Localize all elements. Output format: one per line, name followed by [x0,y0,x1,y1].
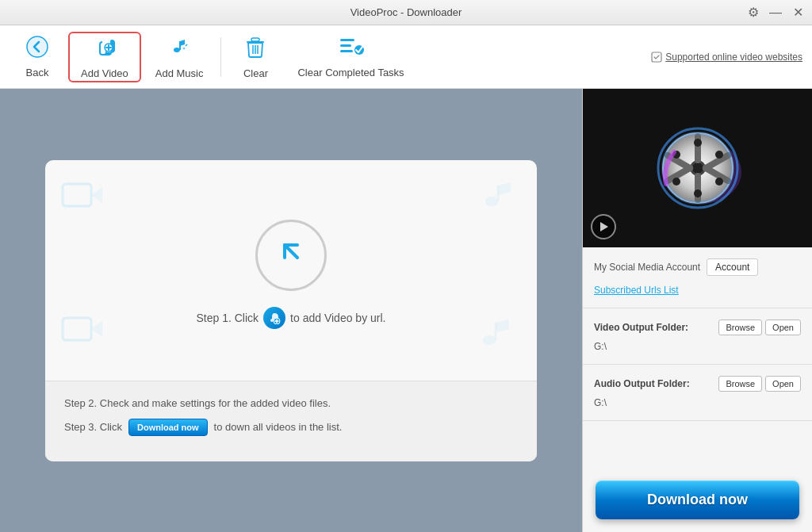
svg-line-6 [186,44,187,46]
video-output-label: Video Output Folder: [594,322,688,333]
audio-output-row: Audio Output Folder: Browse Open [594,376,801,392]
step2-text: Step 2. Check and make settings for the … [64,397,331,409]
title-bar: VideoProc - Downloader ⚙ — ✕ [0,0,812,25]
social-row: My Social Media Account Account [594,258,801,276]
main-content: Step 1. Click to add Video by url. [0,89,812,532]
clear-label: Clear [243,67,268,79]
step2-instruction: Step 2. Check and make settings for the … [64,397,518,409]
supported-websites-text: Supported online video websites [665,52,802,63]
play-button[interactable] [591,214,616,239]
clear-button[interactable]: Clear [228,32,283,82]
svg-point-5 [183,47,186,49]
subscribed-urls-link[interactable]: Subscribed Urls List [594,285,679,296]
bg-music-icon-br [477,310,521,365]
add-video-inline-icon [263,307,285,329]
svg-marker-21 [91,321,102,337]
step1-instruction: Step 1. Click to add Video by url. [197,307,386,329]
svg-point-30 [692,163,703,174]
app-title: VideoProc - Downloader [350,6,462,18]
left-panel: Step 1. Click to add Video by url. [0,89,582,532]
audio-browse-button[interactable]: Browse [718,376,762,392]
download-section: Download now [583,468,812,532]
add-video-button[interactable]: Add Video [68,32,141,82]
audio-output-section: Audio Output Folder: Browse Open G:\ [583,365,812,421]
svg-rect-20 [63,318,91,340]
svg-marker-18 [91,187,102,203]
svg-point-0 [27,36,48,57]
add-video-icon [93,35,117,64]
step3-text-start: Step 3. Click [64,421,122,433]
bg-video-icon-tl [61,176,105,231]
svg-rect-12 [340,39,354,41]
step3-instruction: Step 3. Click Download now to down all v… [64,419,518,436]
add-music-label: Add Music [155,67,204,79]
window-controls: ⚙ — ✕ [745,5,806,20]
clear-completed-button[interactable]: Clear Completed Tasks [286,32,415,82]
video-output-row: Video Output Folder: Browse Open [594,320,801,335]
supported-websites-link[interactable]: Supported online video websites [651,52,802,63]
svg-point-41 [672,178,680,186]
clear-completed-label: Clear Completed Tasks [297,67,404,78]
settings-icon[interactable]: ⚙ [745,5,761,20]
svg-rect-8 [251,38,259,41]
back-label: Back [26,67,49,78]
add-music-button[interactable]: Add Music [144,32,215,82]
svg-rect-14 [340,50,353,52]
separator-1 [220,37,221,77]
upload-circle [255,220,327,291]
add-music-icon [167,35,191,64]
svg-rect-13 [340,44,351,47]
right-panel: My Social Media Account Account Subscrib… [582,89,812,532]
svg-rect-17 [63,184,91,206]
audio-output-label: Audio Output Folder: [594,378,690,389]
download-inline-button[interactable]: Download now [128,419,208,436]
step3-text-end: to down all videos in the list. [214,421,343,433]
video-browse-button[interactable]: Browse [718,320,762,335]
drop-bottom: Step 2. Check and make settings for the … [45,381,537,461]
audio-output-buttons: Browse Open [718,376,801,392]
video-output-path: G:\ [594,341,607,352]
svg-point-37 [694,139,702,147]
svg-rect-16 [652,52,661,62]
clear-completed-icon [339,36,364,63]
bg-video-icon-bl [61,310,105,365]
back-icon [26,36,48,63]
step1-text-start: Step 1. Click [197,312,259,324]
svg-point-40 [715,178,723,186]
drop-top: Step 1. Click to add Video by url. [45,160,537,381]
add-video-label: Add Video [81,67,128,79]
download-now-button[interactable]: Download now [596,480,799,519]
svg-point-38 [694,189,702,197]
drop-area: Step 1. Click to add Video by url. [45,160,537,461]
social-media-label: My Social Media Account [594,262,700,273]
arrow-up-left-icon [275,235,307,274]
minimize-button[interactable]: — [768,6,783,20]
social-section: My Social Media Account Account Subscrib… [583,247,812,308]
audio-output-path: G:\ [594,397,607,408]
clear-icon [244,35,266,64]
svg-point-42 [715,151,723,159]
video-output-buttons: Browse Open [718,320,801,335]
bg-music-icon-tr [477,176,521,231]
back-button[interactable]: Back [10,32,65,82]
step1-text-end: to add Video by url. [290,312,385,324]
video-output-section: Video Output Folder: Browse Open G:\ [583,308,812,365]
audio-open-button[interactable]: Open [765,376,801,392]
film-reel-icon [650,121,745,216]
account-button[interactable]: Account [707,258,758,276]
video-preview [583,89,812,247]
close-button[interactable]: ✕ [790,5,806,20]
toolbar: Back Add Video Add Music [0,25,812,89]
video-open-button[interactable]: Open [765,320,801,335]
